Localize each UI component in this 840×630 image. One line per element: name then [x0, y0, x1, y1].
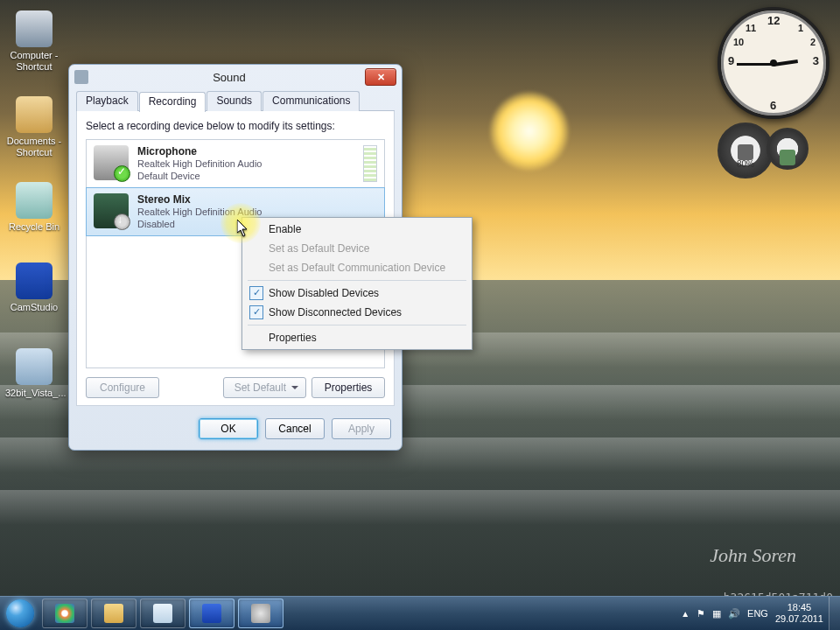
device-icon: ↓ [94, 193, 129, 228]
cancel-button[interactable]: Cancel [265, 418, 325, 439]
camstudio-icon [202, 604, 221, 623]
device-microphone[interactable]: ✓MicrophoneRealtek High Definition Audio… [87, 140, 384, 188]
menu-item-label: Properties [269, 332, 317, 344]
menu-item-label: Set as Default Communication Device [269, 262, 445, 274]
windows-orb-icon [6, 599, 34, 627]
menu-item-show-disabled-devices[interactable]: ✓Show Disabled Devices [242, 284, 472, 303]
taskbar-notepad[interactable] [140, 598, 186, 628]
level-meter [363, 145, 377, 182]
cpu-meter-gadget[interactable]: 80% 63% [718, 122, 808, 178]
system-tray[interactable]: ▲ ⚑ ▦ 🔊 ENG 18:45 29.07.2011 [681, 602, 829, 625]
tab-strip: PlaybackRecordingSoundsCommunications [76, 91, 395, 111]
menu-separator [248, 325, 466, 326]
taskbar-sound[interactable] [238, 598, 284, 628]
check-icon: ✓ [249, 286, 263, 300]
desktop-icon-label: Computer - Shortcut [5, 50, 63, 73]
configure-button[interactable]: Configure [86, 377, 159, 398]
tray-language[interactable]: ENG [747, 608, 768, 619]
desktop-icon-label: Recycle Bin [5, 221, 63, 233]
wallpaper-signature: John Soren [710, 544, 796, 567]
tray-show-hidden-icon[interactable]: ▲ [681, 609, 690, 619]
device-name: Stereo Mix [137, 193, 377, 206]
mouse-cursor [237, 220, 249, 237]
tray-network-icon[interactable]: ▦ [712, 608, 721, 620]
menu-item-show-disconnected-devices[interactable]: ✓Show Disconnected Devices [242, 303, 472, 322]
taskbar-chrome[interactable] [42, 598, 88, 628]
instruction-text: Select a recording device below to modif… [86, 120, 385, 132]
start-button[interactable] [0, 597, 40, 630]
tab-sounds[interactable]: Sounds [206, 91, 262, 111]
taskbar[interactable]: ▲ ⚑ ▦ 🔊 ENG 18:45 29.07.2011 [0, 596, 840, 630]
dialog-buttons: OK Cancel Apply [69, 413, 402, 450]
tray-date: 29.07.2011 [775, 613, 823, 625]
check-icon: ✓ [249, 305, 263, 319]
wallpaper-sun [490, 92, 569, 171]
tab-recording[interactable]: Recording [139, 92, 206, 112]
device-status: Default Device [137, 170, 358, 182]
tray-volume-icon[interactable]: 🔊 [728, 608, 740, 620]
vista-icon [16, 348, 52, 385]
minute-hand [737, 63, 774, 66]
tray-time: 18:45 [775, 602, 823, 613]
tray-action-center-icon[interactable]: ⚑ [696, 608, 705, 620]
desktop-icon-label: 32bit_Vista_... [5, 388, 63, 399]
clock-gadget[interactable]: 12 3 6 9 1 2 11 10 [718, 7, 830, 119]
ram-gauge: 63% [766, 128, 808, 170]
close-button[interactable]: ✕ [365, 68, 396, 86]
cpu-gauge: 80% [718, 122, 774, 178]
properties-button[interactable]: Properties [312, 377, 385, 398]
computer-icon [16, 10, 52, 47]
speaker-icon [251, 604, 270, 623]
device-status-badge: ✓ [114, 165, 130, 182]
taskbar-camstudio[interactable] [189, 598, 234, 628]
menu-item-enable[interactable]: Enable [242, 220, 472, 239]
tab-communications[interactable]: Communications [262, 91, 360, 111]
desktop-icon-computer[interactable]: Computer - Shortcut [5, 10, 63, 73]
menu-item-label: Enable [269, 223, 301, 235]
context-menu: EnableSet as Default DeviceSet as Defaul… [242, 217, 472, 350]
device-subtitle: Realtek High Definition Audio [137, 158, 358, 170]
device-status-badge: ↓ [114, 214, 130, 230]
documents-icon [16, 96, 52, 133]
camstudio-icon [16, 262, 52, 299]
tab-playback[interactable]: Playback [76, 91, 138, 111]
show-desktop-button[interactable] [829, 597, 840, 630]
titlebar[interactable]: Sound ✕ [69, 65, 402, 89]
apply-button[interactable]: Apply [332, 418, 391, 439]
chrome-icon [55, 604, 74, 623]
desktop-icon-camstudio[interactable]: CamStudio [5, 262, 63, 313]
sound-icon [74, 70, 88, 84]
menu-item-properties[interactable]: Properties [242, 328, 472, 347]
desktop-icon-label: CamStudio [5, 302, 63, 313]
desktop-icon-vista[interactable]: 32bit_Vista_... [5, 348, 63, 399]
cpu-chip-icon [738, 144, 753, 160]
desktop-icon-label: Documents - Shortcut [5, 136, 63, 158]
recycle-icon [16, 182, 52, 219]
menu-item-set-as-default-communication-device: Set as Default Communication Device [242, 258, 472, 277]
folder-icon [104, 604, 123, 623]
ram-chip-icon [780, 150, 795, 165]
menu-separator [248, 280, 466, 281]
menu-item-label: Set as Default Device [269, 242, 369, 255]
desktop-icon-recycle[interactable]: Recycle Bin [5, 182, 63, 233]
tray-clock[interactable]: 18:45 29.07.2011 [775, 602, 823, 625]
device-icon: ✓ [94, 145, 129, 180]
set-default-button[interactable]: Set Default [223, 377, 306, 398]
notepad-icon [153, 604, 172, 623]
window-title: Sound [94, 71, 365, 84]
ok-button[interactable]: OK [199, 418, 258, 439]
menu-item-set-as-default-device: Set as Default Device [242, 239, 472, 258]
taskbar-explorer[interactable] [91, 598, 136, 628]
desktop-icon-documents[interactable]: Documents - Shortcut [5, 96, 63, 158]
device-name: Microphone [137, 145, 358, 158]
menu-item-label: Show Disabled Devices [269, 287, 379, 299]
menu-item-label: Show Disconnected Devices [269, 306, 402, 318]
